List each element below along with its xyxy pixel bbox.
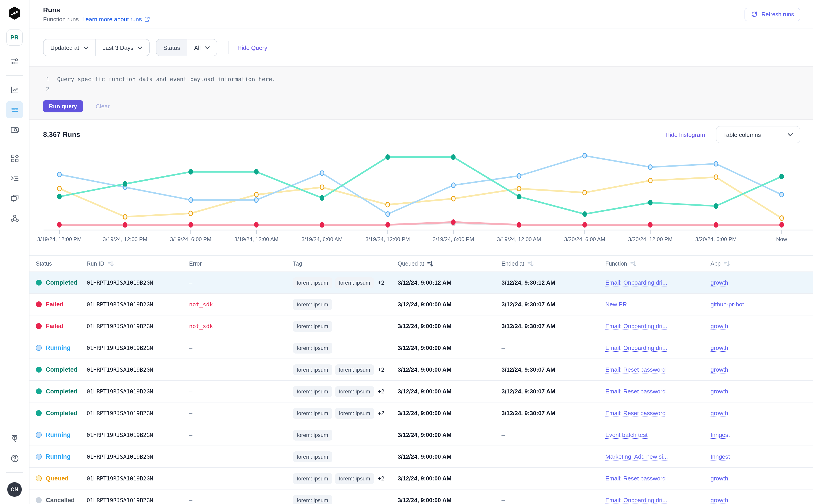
chart-point-queued	[780, 216, 784, 221]
table-row[interactable]: Running01HRPT19RJSA1019B2GN–lorem: ipsum…	[29, 337, 813, 359]
function-link[interactable]: Email: Onboarding dri...	[605, 279, 667, 286]
app-link[interactable]: growth	[711, 497, 728, 504]
status-badge: Failed	[36, 323, 63, 330]
app-link[interactable]: growth	[711, 388, 728, 395]
function-link[interactable]: Email: Reset password	[605, 366, 666, 373]
status-label: Failed	[46, 301, 63, 308]
app-link[interactable]: Inngest	[711, 453, 730, 460]
status-filter-dropdown[interactable]: All	[187, 39, 216, 56]
sidebar-divider	[6, 472, 23, 473]
chart-point-completed	[189, 170, 193, 174]
sidebar-item-metrics[interactable]	[6, 81, 23, 98]
function-link[interactable]: Email: Onboarding dri...	[605, 344, 667, 351]
sidebar-item-trace-search[interactable]	[6, 121, 23, 138]
chart-point-failed	[452, 220, 455, 225]
chart-point-failed	[517, 223, 521, 227]
app-link[interactable]: github-pr-bot	[711, 301, 744, 308]
sidebar-divider	[6, 144, 23, 144]
page-header: Runs Function runs. Learn more about run…	[29, 0, 813, 29]
query-editor[interactable]: 1 Query specific function data and event…	[29, 66, 813, 120]
table-row[interactable]: Completed01HRPT19RJSA1019B2GN–lorem: ips…	[29, 402, 813, 424]
status-badge: Running	[36, 344, 70, 351]
run-id: 01HRPT19RJSA1019B2GN	[87, 431, 153, 438]
status-dot	[36, 323, 42, 329]
sort-field-dropdown[interactable]: Updated at	[44, 39, 95, 56]
app-link[interactable]: growth	[711, 323, 728, 330]
app-link[interactable]: growth	[711, 279, 728, 286]
app-link[interactable]: growth	[711, 475, 728, 482]
sidebar-item-runs[interactable]	[6, 101, 23, 118]
function-link[interactable]: Email: Reset password	[605, 475, 666, 482]
time-range-dropdown[interactable]: Last 3 Days	[95, 39, 149, 56]
chart-point-queued	[517, 186, 521, 191]
tag-list: lorem: ipsumlorem: ipsum+2	[293, 386, 384, 397]
function-link[interactable]: New PR	[605, 301, 627, 308]
function-link[interactable]: Event batch test	[605, 431, 648, 438]
table-body: Completed01HRPT19RJSA1019B2GN–lorem: ips…	[29, 272, 813, 504]
status-badge: Completed	[36, 366, 78, 373]
user-avatar[interactable]: CN	[7, 482, 22, 497]
workspace-badge[interactable]: PR	[6, 29, 23, 46]
tag-list: lorem: ipsum	[293, 451, 332, 462]
column-header-function[interactable]: Function	[605, 260, 711, 267]
column-header-queued-at[interactable]: Queued at	[397, 260, 502, 267]
sidebar-item-connect[interactable]	[6, 430, 23, 447]
column-header-ended-at[interactable]: Ended at	[502, 260, 605, 267]
table-columns-dropdown[interactable]: Table columns	[716, 126, 800, 143]
table-row[interactable]: Completed01HRPT19RJSA1019B2GN–lorem: ips…	[29, 359, 813, 381]
column-header-run-id[interactable]: Run ID	[87, 260, 189, 267]
function-link[interactable]: Email: Onboarding dri...	[605, 323, 667, 330]
chart-point-failed	[648, 223, 652, 227]
clear-query-button[interactable]: Clear	[96, 103, 110, 110]
function-link[interactable]: Email: Reset password	[605, 388, 666, 395]
function-link[interactable]: Email: Reset password	[605, 410, 666, 417]
ended-at: 3/12/24, 9:30:07 AM	[502, 366, 556, 373]
table-row[interactable]: Completed01HRPT19RJSA1019B2GN–lorem: ips…	[29, 381, 813, 402]
chart-point-queued	[254, 192, 258, 197]
status-badge: Running	[36, 453, 70, 460]
tag-chip: lorem: ipsum	[293, 277, 332, 288]
table-row[interactable]: Running01HRPT19RJSA1019B2GN–lorem: ipsum…	[29, 424, 813, 446]
tag-list: lorem: ipsumlorem: ipsum+2	[293, 408, 384, 419]
function-link[interactable]: Marketing: Add new si...	[605, 453, 668, 460]
queued-at: 3/12/24, 9:00:00 AM	[397, 475, 452, 482]
table-row[interactable]: Queued01HRPT19RJSA1019B2GN–lorem: ipsuml…	[29, 468, 813, 489]
tag-chip: lorem: ipsum	[293, 386, 332, 397]
queued-at: 3/12/24, 9:00:00 AM	[397, 410, 452, 417]
hide-histogram-link[interactable]: Hide histogram	[665, 131, 705, 138]
refresh-runs-button[interactable]: Refresh runs	[745, 7, 800, 21]
app-link[interactable]: growth	[711, 344, 728, 351]
sidebar-item-help[interactable]	[6, 450, 23, 467]
app-link[interactable]: growth	[711, 410, 728, 417]
run-query-button[interactable]: Run query	[43, 100, 83, 112]
chart-point-completed	[452, 155, 455, 160]
table-row[interactable]: Failed01HRPT19RJSA1019B2GNnot_sdklorem: …	[29, 315, 813, 337]
inngest-logo-icon[interactable]	[7, 6, 22, 20]
app-link[interactable]: Inngest	[711, 431, 730, 438]
chart-point-queued	[123, 214, 127, 219]
help-icon	[10, 453, 19, 463]
table-row[interactable]: Failed01HRPT19RJSA1019B2GNnot_sdklorem: …	[29, 294, 813, 315]
sidebar-item-filters[interactable]	[6, 53, 23, 70]
status-badge: Completed	[36, 410, 78, 417]
time-filter-pill: Updated at Last 3 Days	[43, 39, 150, 56]
chart-point-running	[780, 192, 784, 197]
query-actions: Run query Clear	[43, 100, 813, 112]
hide-query-link[interactable]: Hide Query	[237, 44, 267, 51]
chart-point-completed	[648, 200, 652, 205]
table-row[interactable]: Running01HRPT19RJSA1019B2GN–lorem: ipsum…	[29, 446, 813, 468]
function-link[interactable]: Email: Onboarding dri...	[605, 497, 667, 504]
column-header-app[interactable]: App	[711, 260, 813, 267]
app-link[interactable]: growth	[711, 366, 728, 373]
table-row[interactable]: Completed01HRPT19RJSA1019B2GN–lorem: ips…	[29, 272, 813, 294]
table-row[interactable]: Cancelled01HRPT19RJSA1019B2GN–lorem: ips…	[29, 489, 813, 504]
error-empty: –	[189, 279, 192, 286]
svg-text:3/19/24, 12:00 PM: 3/19/24, 12:00 PM	[37, 236, 82, 242]
learn-more-link[interactable]: Learn more about runs	[82, 16, 150, 23]
queued-at: 3/12/24, 9:00:00 AM	[397, 388, 452, 395]
chart-point-completed	[780, 174, 784, 179]
svg-text:3/19/24, 6:00 PM: 3/19/24, 6:00 PM	[170, 236, 211, 242]
sidebar-divider	[6, 75, 23, 76]
chart-point-running	[386, 212, 390, 216]
tag-list: lorem: ipsumlorem: ipsum+2	[293, 364, 384, 375]
